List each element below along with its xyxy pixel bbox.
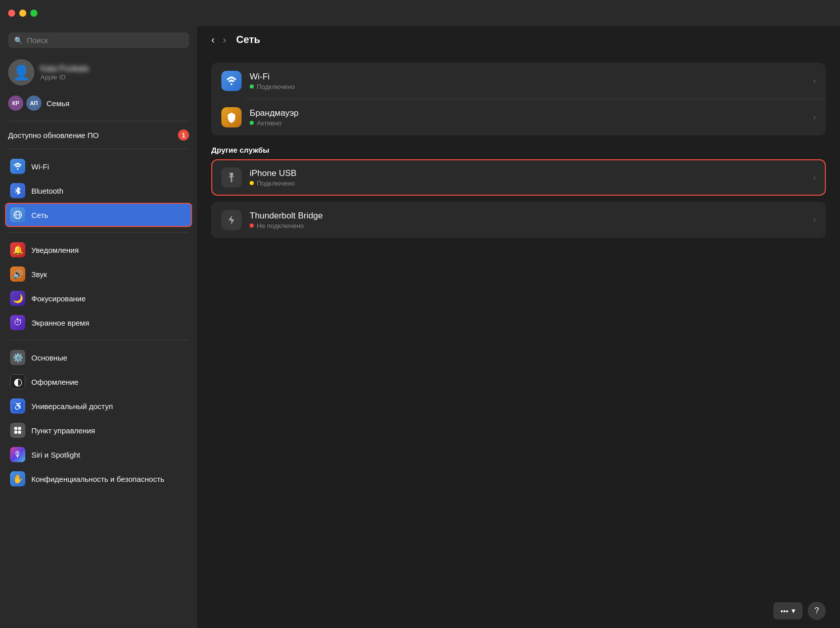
user-name: Kata Punkala — [40, 64, 88, 73]
wifi-chevron-icon: › — [813, 76, 816, 85]
sidebar-item-screentime[interactable]: ⏱ Экранное время — [5, 310, 192, 335]
sidebar-item-bluetooth-label: Bluetooth — [31, 187, 63, 195]
bluetooth-icon — [10, 183, 25, 198]
thunderbolt-status-dot — [250, 223, 254, 228]
sidebar-item-siri-label: Siri и Spotlight — [31, 451, 80, 459]
sidebar-item-general-label: Основные — [31, 353, 67, 362]
notifications-icon: 🔔 — [10, 242, 25, 257]
sidebar-item-network-label: Сеть — [31, 211, 48, 219]
svg-rect-8 — [14, 431, 17, 434]
main-network-card: Wi-Fi Подключено › Б — [211, 63, 826, 136]
user-profile[interactable]: 👤 Kata Punkala Apple ID — [0, 53, 197, 92]
network-item-wifi[interactable]: Wi-Fi Подключено › — [211, 63, 826, 99]
content-body: Wi-Fi Подключено › Б — [197, 53, 840, 594]
sidebar-item-controlcenter[interactable]: Пункт управления — [5, 418, 192, 442]
search-box[interactable]: 🔍 Поиск — [8, 32, 189, 48]
sidebar-item-notifications[interactable]: 🔔 Уведомления — [5, 238, 192, 262]
sidebar-item-focus[interactable]: 🌙 Фокусирование — [5, 286, 192, 310]
svg-point-13 — [230, 181, 232, 183]
sidebar-item-controlcenter-label: Пункт управления — [31, 426, 95, 435]
svg-rect-9 — [18, 431, 21, 434]
accessibility-icon: ♿ — [10, 398, 25, 414]
search-placeholder: Поиск — [27, 36, 48, 44]
iphone-usb-name: iPhone USB — [250, 168, 813, 178]
thunderbolt-status: Не подключено — [250, 222, 813, 230]
sidebar-item-general[interactable]: ⚙️ Основные — [5, 345, 192, 370]
svg-rect-7 — [18, 427, 21, 430]
sidebar-item-appearance[interactable]: ◐ Оформление — [5, 370, 192, 394]
traffic-lights — [8, 10, 37, 17]
family-label: Семья — [46, 99, 69, 108]
sidebar-item-privacy-label: Конфиденциальность и безопасность — [31, 475, 164, 483]
svg-rect-14 — [230, 176, 231, 177]
sidebar-item-appearance-label: Оформление — [31, 378, 78, 386]
svg-rect-15 — [232, 175, 233, 176]
page-title: Сеть — [236, 34, 260, 46]
iphone-usb-status-text: Подключено — [257, 180, 295, 187]
sidebar-divider-4 — [8, 340, 189, 340]
siri-icon: 🎙 — [10, 447, 25, 462]
sidebar-item-privacy[interactable]: ✋ Конфиденциальность и безопасность — [5, 467, 192, 491]
sidebar-item-bluetooth[interactable]: Bluetooth — [5, 178, 192, 203]
main-layout: 🔍 Поиск 👤 Kata Punkala Apple ID КР АП Се… — [0, 26, 840, 628]
iphone-usb-status: Подключено — [250, 180, 813, 187]
wifi-network-name: Wi-Fi — [250, 72, 813, 82]
iphone-usb-info: iPhone USB Подключено — [250, 168, 813, 187]
sidebar-item-network[interactable]: Сеть — [5, 203, 192, 227]
screentime-icon: ⏱ — [10, 315, 25, 330]
other-services-title: Другие службы — [211, 146, 826, 154]
thunderbolt-name: Thunderbolt Bridge — [250, 211, 813, 221]
sidebar-item-screentime-label: Экранное время — [31, 319, 89, 327]
wifi-network-status: Подключено — [250, 83, 813, 91]
sidebar-item-wifi-label: Wi-Fi — [31, 162, 49, 171]
sidebar-item-wifi[interactable]: Wi-Fi — [5, 154, 192, 178]
sidebar-item-sound[interactable]: 🔊 Звук — [5, 262, 192, 286]
wifi-network-info: Wi-Fi Подключено — [250, 72, 813, 91]
appearance-icon: ◐ — [10, 374, 25, 389]
svg-marker-16 — [229, 215, 235, 225]
nav-section-3: ⚙️ Основные ◐ Оформление ♿ Универсальный… — [0, 343, 197, 493]
family-avatar-kp: КР — [8, 96, 23, 111]
iphone-usb-chevron-icon: › — [813, 173, 816, 182]
content-footer: ••• ▾ ? — [197, 594, 840, 628]
content-header: ‹ › Сеть — [197, 26, 840, 53]
sidebar-item-siri[interactable]: 🎙 Siri и Spotlight — [5, 442, 192, 467]
wifi-network-icon — [221, 71, 242, 91]
back-arrow-button[interactable]: ‹ — [209, 33, 217, 47]
firewall-network-info: Брандмауэр Активно — [250, 108, 813, 127]
close-button[interactable] — [8, 10, 15, 17]
more-options-label: ••• — [780, 607, 788, 615]
thunderbolt-card: Thunderbolt Bridge Не подключено › — [211, 202, 826, 238]
firewall-network-status: Активно — [250, 119, 813, 127]
more-options-chevron-icon: ▾ — [791, 606, 796, 615]
sidebar-divider-2 — [8, 149, 189, 149]
help-button[interactable]: ? — [808, 602, 826, 620]
update-badge: 1 — [178, 129, 189, 141]
network-item-thunderbolt[interactable]: Thunderbolt Bridge Не подключено › — [211, 202, 826, 238]
avatar-icon: 👤 — [13, 64, 30, 81]
wifi-status-text: Подключено — [257, 83, 295, 91]
network-item-firewall[interactable]: Брандмауэр Активно › — [211, 99, 826, 136]
sidebar-item-notifications-label: Уведомления — [31, 246, 79, 254]
titlebar — [0, 0, 840, 26]
sound-icon: 🔊 — [10, 266, 25, 282]
minimize-button[interactable] — [19, 10, 26, 17]
privacy-icon: ✋ — [10, 471, 25, 486]
sidebar: 🔍 Поиск 👤 Kata Punkala Apple ID КР АП Се… — [0, 26, 197, 628]
forward-arrow-button[interactable]: › — [221, 33, 228, 47]
user-info: Kata Punkala Apple ID — [40, 64, 88, 81]
network-item-iphone-usb[interactable]: iPhone USB Подключено › — [211, 159, 826, 196]
update-banner[interactable]: Доступно обновление ПО 1 — [0, 124, 197, 146]
family-row[interactable]: КР АП Семья — [0, 92, 197, 118]
firewall-status-text: Активно — [257, 119, 282, 127]
wifi-icon — [10, 159, 25, 174]
focus-icon: 🌙 — [10, 291, 25, 306]
iphone-usb-status-dot — [250, 181, 254, 185]
general-icon: ⚙️ — [10, 350, 25, 365]
svg-point-10 — [230, 83, 232, 85]
sidebar-item-accessibility[interactable]: ♿ Универсальный доступ — [5, 394, 192, 418]
content: ‹ › Сеть Wi-Fi — [197, 26, 840, 628]
maximize-button[interactable] — [30, 10, 37, 17]
more-options-button[interactable]: ••• ▾ — [773, 602, 803, 619]
sidebar-item-focus-label: Фокусирование — [31, 294, 86, 303]
